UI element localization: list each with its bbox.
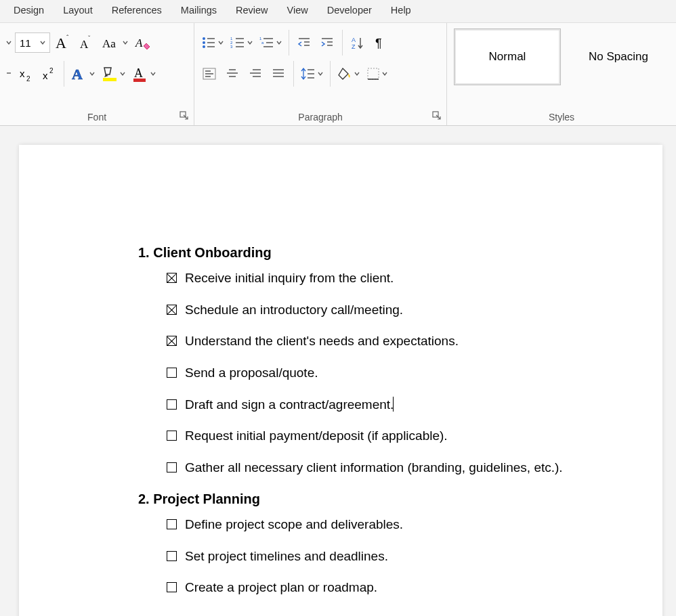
svg-text:¶: ¶: [375, 37, 382, 49]
checkbox-icon[interactable]: [167, 305, 177, 315]
separator: [342, 30, 343, 56]
checklist-item-text[interactable]: Draft and sign a contract/agreement.: [185, 397, 394, 414]
grow-font-button[interactable]: Aˆ: [51, 29, 75, 56]
change-case-button[interactable]: Aa: [99, 29, 131, 56]
svg-text:3: 3: [230, 45, 233, 49]
show-hide-marks-button[interactable]: ¶: [370, 29, 392, 56]
svg-text:ˇ: ˇ: [88, 35, 91, 43]
checklist-item-text[interactable]: Understand the client's needs and expect…: [185, 333, 459, 350]
numbering-button[interactable]: 123: [228, 29, 255, 56]
checkbox-icon[interactable]: [167, 273, 177, 283]
increase-indent-button[interactable]: [316, 29, 338, 56]
svg-text:x: x: [20, 68, 25, 79]
checklist-item[interactable]: Create a project plan or roadmap.: [167, 579, 608, 596]
checklist-item-text[interactable]: Send a proposal/quote.: [185, 365, 318, 382]
checklist-item[interactable]: Draft and sign a contract/agreement.: [167, 397, 608, 414]
section-heading[interactable]: 1. Client Onboarding: [138, 245, 608, 261]
borders-button[interactable]: [364, 60, 390, 87]
checklist-item-text[interactable]: Receive initial inquiry from the client.: [185, 270, 394, 287]
group-styles-label: Styles: [447, 110, 676, 125]
svg-text:Aa: Aa: [102, 37, 116, 50]
group-font: 11 Aˆ Aˇ Aa A: [0, 23, 194, 125]
tab-mailings[interactable]: Mailings: [171, 0, 226, 22]
svg-rect-15: [133, 79, 146, 82]
checkbox-icon[interactable]: [167, 431, 177, 441]
checkbox-icon[interactable]: [167, 551, 177, 561]
checklist-item-text[interactable]: Gather all necessary client information …: [185, 460, 563, 477]
checklist-item[interactable]: Understand the client's needs and expect…: [167, 333, 608, 350]
font-color-button[interactable]: A: [129, 60, 159, 87]
svg-point-19: [203, 45, 205, 48]
checkbox-icon[interactable]: [167, 336, 177, 346]
checklist-item[interactable]: Request initial payment/deposit (if appl…: [167, 428, 608, 445]
multilevel-list-button[interactable]: 1a: [257, 29, 284, 56]
align-right-button[interactable]: [245, 60, 266, 87]
decrease-indent-button[interactable]: [293, 29, 315, 56]
svg-text:A: A: [352, 37, 356, 43]
checklist-item-text[interactable]: Schedule an introductory call/meeting.: [185, 302, 403, 319]
checklist-item-text[interactable]: Request initial payment/deposit (if appl…: [185, 428, 448, 445]
text-cursor: [393, 397, 394, 412]
align-left-button[interactable]: [198, 60, 220, 87]
checklist-item-text[interactable]: Create a project plan or roadmap.: [185, 579, 377, 596]
paragraph-dialog-launcher[interactable]: [431, 110, 444, 123]
group-paragraph: 123 1a AZ ¶: [194, 23, 447, 125]
checkbox-icon[interactable]: [167, 519, 177, 529]
checklist-item-text[interactable]: Set project timelines and deadlines.: [185, 548, 388, 565]
checklist-item[interactable]: Send a proposal/quote.: [167, 365, 608, 382]
svg-rect-7: [7, 72, 11, 74]
superscript-button[interactable]: x2: [38, 60, 60, 87]
checklist-item[interactable]: Gather all necessary client information …: [167, 460, 608, 477]
ribbon: 11 Aˆ Aˇ Aa A: [0, 23, 676, 126]
checkbox-icon[interactable]: [167, 462, 177, 472]
svg-text:Z: Z: [352, 43, 356, 49]
svg-text:2: 2: [49, 67, 54, 74]
align-center-button[interactable]: [221, 60, 243, 87]
tab-review[interactable]: Review: [226, 0, 278, 22]
font-dialog-launcher[interactable]: [179, 110, 191, 123]
checklist-item[interactable]: Schedule an introductory call/meeting.: [167, 302, 608, 319]
subscript-button[interactable]: x2: [15, 60, 37, 87]
checklist-item[interactable]: Define project scope and deliverables.: [167, 516, 608, 533]
svg-text:A: A: [135, 37, 143, 49]
group-paragraph-label: Paragraph: [194, 110, 446, 125]
svg-rect-60: [368, 68, 379, 79]
separator: [64, 61, 64, 87]
bullets-button[interactable]: [198, 29, 226, 56]
sort-button[interactable]: AZ: [347, 29, 368, 56]
font-size-value: 11: [20, 37, 31, 49]
svg-rect-13: [103, 78, 117, 81]
tab-design[interactable]: Design: [4, 0, 54, 22]
style-no-spacing[interactable]: No Spacing: [565, 28, 672, 85]
svg-text:A: A: [72, 66, 83, 82]
text-effects-button[interactable]: A: [68, 60, 98, 87]
shading-button[interactable]: [335, 60, 362, 87]
document-area: 1. Client OnboardingReceive initial inqu…: [0, 126, 676, 616]
font-row2-leading[interactable]: [4, 60, 14, 87]
shrink-font-button[interactable]: Aˇ: [76, 29, 98, 56]
highlight-button[interactable]: [99, 60, 128, 87]
tab-layout[interactable]: Layout: [54, 0, 102, 22]
section-heading[interactable]: 2. Project Planning: [138, 491, 608, 507]
checkbox-icon[interactable]: [167, 582, 177, 592]
line-spacing-button[interactable]: [298, 60, 326, 87]
checklist-item[interactable]: Set project timelines and deadlines.: [167, 548, 608, 565]
checklist-item-text[interactable]: Define project scope and deliverables.: [185, 516, 403, 533]
style-normal[interactable]: Normal: [454, 28, 561, 85]
font-dropdown-chevron[interactable]: [4, 29, 14, 56]
checkbox-icon[interactable]: [167, 399, 177, 410]
svg-text:A: A: [134, 66, 143, 80]
checkbox-icon[interactable]: [167, 368, 177, 378]
checklist: Receive initial inquiry from the client.…: [167, 270, 608, 477]
tab-view[interactable]: View: [278, 0, 318, 22]
clear-formatting-button[interactable]: A: [132, 29, 154, 56]
checklist: Define project scope and deliverables.Se…: [167, 516, 608, 596]
tab-references[interactable]: References: [102, 0, 171, 22]
justify-button[interactable]: [268, 60, 289, 87]
svg-text:A: A: [56, 35, 66, 51]
tab-help[interactable]: Help: [381, 0, 421, 22]
tab-developer[interactable]: Developer: [318, 0, 381, 22]
font-size-input[interactable]: 11: [15, 32, 50, 53]
checklist-item[interactable]: Receive initial inquiry from the client.: [167, 270, 608, 287]
page[interactable]: 1. Client OnboardingReceive initial inqu…: [19, 145, 662, 616]
